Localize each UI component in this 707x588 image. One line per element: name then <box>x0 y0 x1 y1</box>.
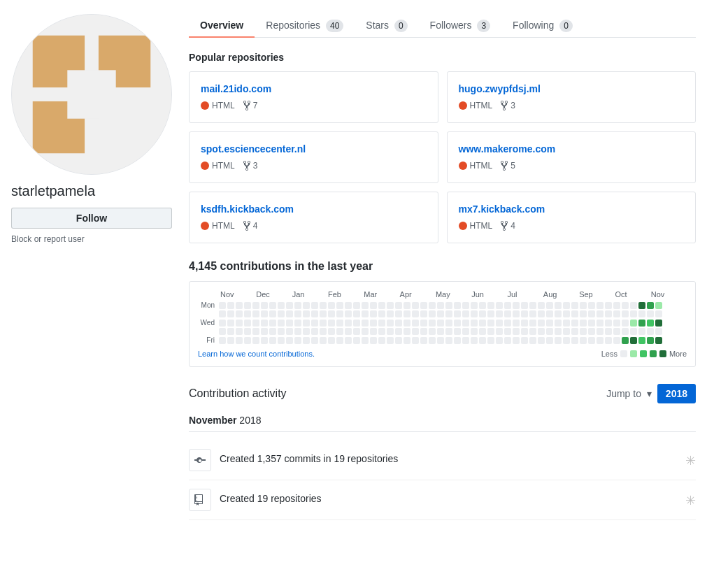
graph-cell <box>638 302 645 309</box>
follow-button[interactable]: Follow <box>11 208 172 229</box>
graph-cell <box>647 337 654 344</box>
graph-cell <box>471 310 478 317</box>
graph-cell <box>630 320 637 327</box>
graph-cell <box>370 310 377 317</box>
graph-cell <box>479 302 486 309</box>
graph-cell <box>647 302 654 309</box>
repo-link[interactable]: ksdfh.kickback.com <box>201 203 427 215</box>
main-content: Overview Repositories 40 Stars 0 Followe… <box>189 14 696 520</box>
graph-cell <box>597 328 604 335</box>
graph-cell <box>496 302 503 309</box>
tab-following[interactable]: Following 0 <box>501 14 584 38</box>
graph-cell <box>261 302 268 309</box>
graph-cell <box>320 337 327 344</box>
graph-cell <box>638 328 645 335</box>
graph-cell <box>605 302 612 309</box>
fork-count: 3 <box>501 100 515 111</box>
graph-cell <box>269 310 276 317</box>
fork-count: 5 <box>501 160 515 171</box>
graph-cell <box>412 320 419 327</box>
legend: Less More <box>601 350 687 358</box>
graph-cell <box>529 337 536 344</box>
commit-icon <box>194 454 206 466</box>
graph-cell <box>278 302 285 309</box>
graph-cell <box>513 328 520 335</box>
lang-dot <box>459 162 467 170</box>
graph-cell <box>420 320 427 327</box>
legend-cell-3 <box>650 350 657 357</box>
repo-link[interactable]: hugo.zwypfdsj.ml <box>459 83 685 94</box>
repo-card: mail.21ido.com HTML 7 <box>189 71 438 123</box>
graph-cell <box>504 320 511 327</box>
followers-count: 3 <box>477 20 490 32</box>
lang-dot <box>201 101 209 110</box>
graph-cell <box>236 328 243 335</box>
graph-cell <box>261 310 268 317</box>
graph-cell <box>345 302 352 309</box>
graph-cell <box>437 310 444 317</box>
repo-meta: HTML 3 <box>201 160 427 171</box>
graph-cell <box>630 328 637 335</box>
graph-cell <box>538 320 545 327</box>
repo-card: www.makerome.com HTML 5 <box>447 131 697 183</box>
graph-cell <box>504 328 511 335</box>
graph-cell <box>471 337 478 344</box>
graph-cell <box>404 302 410 309</box>
graph-cell <box>236 337 243 344</box>
repo-link[interactable]: mx7.kickback.com <box>459 203 685 215</box>
graph-cell <box>538 337 545 344</box>
repo-link[interactable]: spot.esciencecenter.nl <box>201 143 427 155</box>
graph-cell <box>622 337 629 344</box>
legend-cell-2 <box>640 350 647 357</box>
graph-cell <box>261 328 268 335</box>
repo-link[interactable]: mail.21ido.com <box>201 83 427 94</box>
graph-cell <box>252 328 259 335</box>
graph-cell <box>378 302 385 309</box>
graph-cell <box>571 310 578 317</box>
snowflake-icon[interactable]: ✳ <box>685 489 696 508</box>
graph-cell <box>496 328 503 335</box>
graph-cell <box>437 328 444 335</box>
graph-cell <box>580 310 587 317</box>
graph-cell <box>655 328 662 335</box>
graph-cell <box>303 320 310 327</box>
tab-repositories[interactable]: Repositories 40 <box>255 14 355 38</box>
graph-cell <box>303 337 310 344</box>
repo-link[interactable]: www.makerome.com <box>459 143 685 155</box>
graph-cell <box>479 320 486 327</box>
activity-item-text: Created 1,357 commits in 19 repositories <box>220 449 677 464</box>
graph-cell <box>404 310 410 317</box>
repo-lang: HTML <box>459 221 493 231</box>
graph-cell <box>487 320 494 327</box>
graph-cell <box>261 320 268 327</box>
graph-cell <box>236 310 243 317</box>
jump-to-label[interactable]: Jump to ▾ <box>606 388 652 399</box>
year-button[interactable]: 2018 <box>657 384 696 403</box>
graph-cell <box>395 320 402 327</box>
graph-cell <box>487 310 494 317</box>
fork-icon <box>501 100 508 111</box>
graph-cell <box>378 320 385 327</box>
graph-cell <box>294 337 301 344</box>
tab-followers[interactable]: Followers 3 <box>419 14 501 38</box>
graph-cell <box>353 337 360 344</box>
graph-cell <box>278 310 285 317</box>
graph-cell <box>387 310 394 317</box>
graph-cell <box>278 337 285 344</box>
activity-item: Created 19 repositories ✳ <box>189 480 696 520</box>
graph-cell <box>588 337 595 344</box>
report-user-link[interactable]: report user <box>44 234 85 244</box>
graph-cell <box>244 310 251 317</box>
graph-cell <box>336 320 343 327</box>
tab-stars[interactable]: Stars 0 <box>355 14 418 38</box>
graph-cell <box>404 328 410 335</box>
graph-cell <box>571 320 578 327</box>
contributions-learn-link[interactable]: Learn how we count contributions. <box>198 350 315 358</box>
username: starletpamela <box>11 183 172 199</box>
tab-overview[interactable]: Overview <box>189 14 255 38</box>
activity-item-text: Created 19 repositories <box>220 489 677 504</box>
snowflake-icon[interactable]: ✳ <box>685 449 696 468</box>
graph-cell <box>378 337 385 344</box>
repos-grid: mail.21ido.com HTML 7 hugo.zwypfdsj.ml H… <box>189 71 696 243</box>
graph-cell <box>336 302 343 309</box>
